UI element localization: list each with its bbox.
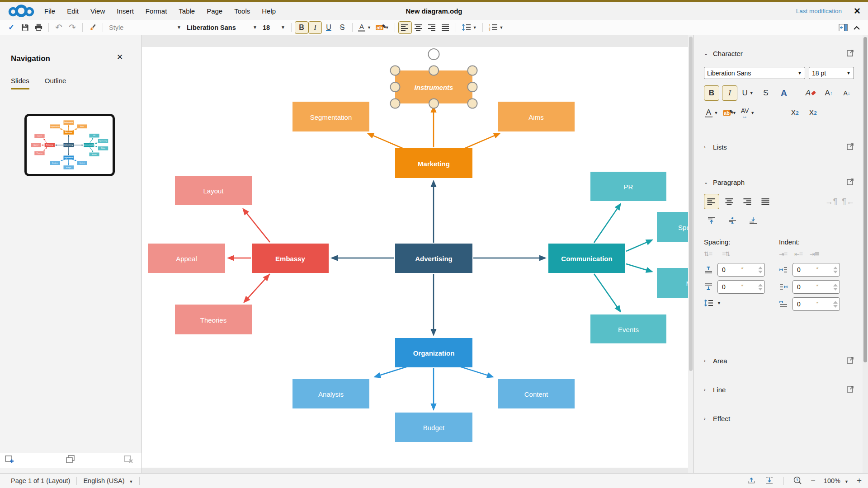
increase-spacing-button[interactable]: ⇅≡	[704, 250, 712, 258]
underline-button[interactable]: U	[322, 21, 335, 34]
shadow-button[interactable]: A	[776, 85, 792, 101]
language-select[interactable]: English (USA) ▼	[83, 477, 133, 484]
italic-button[interactable]: I	[308, 21, 322, 34]
selection-handle[interactable]	[391, 66, 400, 75]
clear-formatting-button[interactable]: A	[803, 85, 818, 101]
last-modification-link[interactable]: Last modification	[796, 8, 842, 14]
superscript-button[interactable]: X2	[787, 105, 802, 121]
sidebar-line-spacing-button[interactable]: ▼	[704, 299, 779, 307]
sidebar-justify-button[interactable]	[758, 194, 774, 209]
spacing-above-input[interactable]: 0 ″	[717, 263, 765, 277]
redo-button[interactable]: ↷	[66, 21, 79, 34]
selection-handle[interactable]	[391, 99, 400, 108]
sidebar-align-left-button[interactable]	[704, 194, 719, 209]
align-right-button[interactable]	[425, 21, 439, 34]
font-name-select[interactable]: Liberation Sans ▼	[184, 21, 260, 34]
menu-table[interactable]: Table	[179, 7, 195, 15]
font-size-select[interactable]: 18 ▼	[260, 21, 288, 34]
justify-button[interactable]	[439, 21, 453, 34]
navigation-close-icon[interactable]: ✕	[117, 52, 123, 62]
clone-formatting-button[interactable]	[86, 21, 99, 34]
canvas-scrollbar[interactable]	[688, 35, 693, 473]
collapse-toolbar-button[interactable]	[850, 21, 863, 34]
close-document-icon[interactable]: ✕	[854, 7, 861, 15]
valign-bottom-button[interactable]	[745, 213, 761, 228]
fit-width-button[interactable]	[746, 476, 756, 486]
nextcloud-logo[interactable]	[8, 5, 34, 18]
spinner[interactable]	[833, 284, 838, 291]
print-button[interactable]	[32, 21, 45, 34]
sidebar-font-size-select[interactable]: 18 pt ▼	[809, 67, 854, 79]
valign-center-button[interactable]	[725, 213, 740, 228]
selection-handle[interactable]	[429, 66, 439, 75]
rotation-handle[interactable]	[429, 49, 439, 60]
grow-font-button[interactable]: A↑	[821, 85, 836, 101]
section-area-header[interactable]: › Area	[704, 354, 854, 367]
sidebar-underline-button[interactable]: U ▼	[740, 85, 755, 101]
spinner[interactable]	[758, 284, 763, 291]
zoom-in-button[interactable]: +	[857, 476, 862, 486]
duplicate-page-button[interactable]	[64, 455, 76, 466]
valign-top-button[interactable]	[704, 213, 719, 228]
increase-indent-button[interactable]: ⇥≡	[779, 250, 787, 258]
menu-page[interactable]: Page	[207, 7, 222, 15]
indent-after-input[interactable]: 0 ″	[793, 280, 840, 294]
selection-handle[interactable]	[468, 99, 477, 108]
indent-first-line-input[interactable]: 0 ″	[793, 297, 840, 311]
drawing-canvas[interactable]: InstrumentsSegmentationAimsMarketingLayo…	[142, 35, 688, 473]
sidebar-align-right-button[interactable]	[740, 194, 755, 209]
menu-format[interactable]: Format	[146, 7, 167, 15]
sidebar-font-color-button[interactable]: A ▼	[704, 105, 719, 121]
delete-page-button[interactable]	[123, 455, 135, 466]
spinner[interactable]	[758, 267, 763, 273]
menu-tools[interactable]: Tools	[234, 7, 250, 15]
sidebar-scrollbar[interactable]	[863, 35, 868, 473]
zoom-out-button[interactable]: −	[811, 476, 816, 486]
section-paragraph-header[interactable]: ⌄ Paragraph	[704, 176, 854, 188]
spinner[interactable]	[833, 267, 838, 273]
highlight-color-button[interactable]: ab✎ ▼	[373, 21, 392, 34]
sidebar-italic-button[interactable]: I	[722, 85, 737, 101]
sidebar-strikethrough-button[interactable]: S	[758, 85, 774, 101]
align-center-button[interactable]	[412, 21, 425, 34]
ordered-list-button[interactable]: 123 ▼	[486, 21, 506, 34]
font-color-button[interactable]: A ▼	[356, 21, 373, 34]
section-effect-header[interactable]: › Effect	[704, 412, 854, 425]
zoom-level-select[interactable]: 100% ▼	[824, 477, 849, 484]
switch-indent-button[interactable]: ⇥≣	[810, 250, 819, 258]
line-spacing-button[interactable]: ▼	[459, 21, 479, 34]
fit-page-button[interactable]	[764, 476, 774, 486]
decrease-spacing-button[interactable]: ≡⇅	[722, 250, 730, 258]
menu-insert[interactable]: Insert	[117, 7, 134, 15]
sidebar-toggle-button[interactable]	[836, 21, 850, 34]
add-page-button[interactable]	[5, 455, 16, 466]
sidebar-highlight-button[interactable]: ab✎ ▼	[722, 105, 737, 121]
bold-button[interactable]: B	[295, 21, 308, 34]
shrink-font-button[interactable]: A↓	[839, 85, 854, 101]
save-button[interactable]	[18, 21, 32, 34]
selection-handle[interactable]	[429, 99, 439, 108]
menu-view[interactable]: View	[90, 7, 105, 15]
line-dialog-launcher[interactable]	[846, 385, 854, 394]
rtl-direction-button[interactable]: ¶←	[842, 197, 854, 206]
strikethrough-button[interactable]: S	[335, 21, 349, 34]
menu-edit[interactable]: Edit	[67, 7, 79, 15]
menu-file[interactable]: File	[44, 7, 55, 15]
selection-handle[interactable]	[468, 66, 477, 75]
accept-changes-button[interactable]: ✓	[5, 21, 18, 34]
subscript-button[interactable]: X2	[805, 105, 821, 121]
tab-outline[interactable]: Outline	[45, 77, 66, 89]
area-dialog-launcher[interactable]	[846, 356, 854, 366]
section-character-header[interactable]: ⌄ Character	[704, 47, 854, 60]
selection-handle[interactable]	[391, 82, 400, 92]
sidebar-font-name-select[interactable]: Liberation Sans ▼	[704, 67, 805, 79]
spacing-below-input[interactable]: 0 ″	[717, 280, 765, 294]
diagram-node-media[interactable]	[657, 268, 688, 298]
tab-slides[interactable]: Slides	[11, 77, 29, 89]
character-spacing-button[interactable]: AV ↔ ▼	[740, 105, 755, 121]
align-left-button[interactable]	[398, 21, 412, 34]
style-select[interactable]: Style ▼	[106, 21, 184, 34]
section-lists-header[interactable]: › Lists	[704, 141, 854, 153]
paragraph-dialog-launcher[interactable]	[846, 178, 854, 187]
zoom-reset-button[interactable]: 1	[793, 476, 802, 486]
